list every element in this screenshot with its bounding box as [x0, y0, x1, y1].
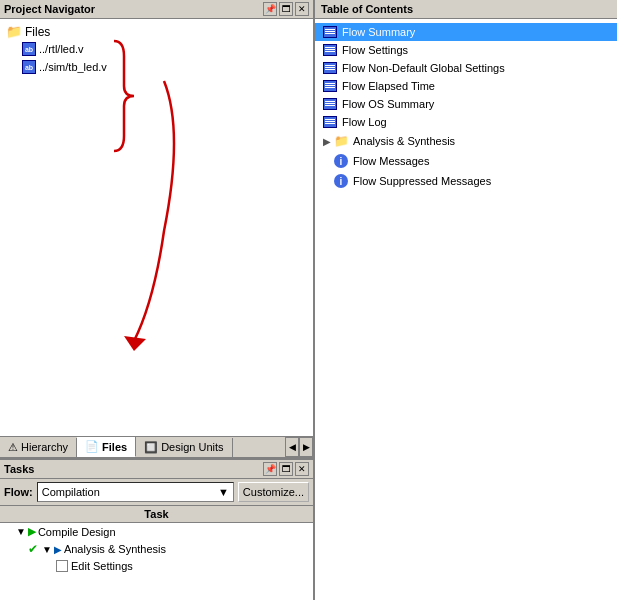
- tasks-close-button[interactable]: ✕: [295, 462, 309, 476]
- tab-hierarchy-label: Hierarchy: [21, 441, 68, 453]
- toc-label-flow-summary: Flow Summary: [342, 26, 415, 38]
- tasks-header: Tasks 📌 🗖 ✕: [0, 460, 313, 479]
- toc-item-flow-elapsed[interactable]: Flow Elapsed Time: [315, 77, 617, 95]
- toc-item-flow-suppressed[interactable]: i Flow Suppressed Messages: [315, 171, 617, 191]
- task-list: Task ▼ ▶ Compile Design ✔ ▼ ▶ Analysis &…: [0, 506, 313, 600]
- tab-files[interactable]: 📄 Files: [77, 437, 136, 457]
- flow-label: Flow:: [4, 486, 33, 498]
- tasks-restore-button[interactable]: 🗖: [279, 462, 293, 476]
- tab-design-units-label: Design Units: [161, 441, 223, 453]
- play-analysis-icon: ▶: [54, 544, 62, 555]
- toc-icon-flow-summary: [323, 26, 337, 38]
- toc-label-flow-elapsed: Flow Elapsed Time: [342, 80, 435, 92]
- tasks-panel: Tasks 📌 🗖 ✕ Flow: Compilation ▼ Customiz…: [0, 460, 313, 600]
- customize-button[interactable]: Customize...: [238, 482, 309, 502]
- toc-icon-flow-settings: [323, 44, 337, 56]
- file-text-tb: ../sim/tb_led.v: [39, 61, 107, 73]
- folder-label: Files: [25, 25, 50, 39]
- task-compile-label: Compile Design: [38, 526, 116, 538]
- tasks-controls: 📌 🗖 ✕: [263, 462, 309, 476]
- toc-item-flow-settings[interactable]: Flow Settings: [315, 41, 617, 59]
- toc-label-flow-non-default: Flow Non-Default Global Settings: [342, 62, 505, 74]
- page-icon: [56, 560, 68, 572]
- flow-value: Compilation: [42, 486, 100, 498]
- project-navigator: Project Navigator 📌 🗖 ✕ 📁 Files ab ../rt…: [0, 0, 313, 460]
- toc-item-flow-messages[interactable]: i Flow Messages: [315, 151, 617, 171]
- restore-button[interactable]: 🗖: [279, 2, 293, 16]
- hierarchy-icon: ⚠: [8, 441, 18, 454]
- file-text-led: ../rtl/led.v: [39, 43, 84, 55]
- tab-next-button[interactable]: ▶: [299, 437, 313, 457]
- file-icon-tb: ab: [22, 60, 36, 74]
- flow-bar: Flow: Compilation ▼ Customize...: [0, 479, 313, 506]
- tab-nav: ◀ ▶: [285, 437, 313, 457]
- project-nav-title: Project Navigator: [4, 3, 95, 15]
- tab-design-units[interactable]: 🔲 Design Units: [136, 438, 232, 457]
- pin-button[interactable]: 📌: [263, 2, 277, 16]
- toc-label-flow-messages: Flow Messages: [353, 155, 429, 167]
- file-icon-led: ab: [22, 42, 36, 56]
- toc-icon-flow-log: [323, 116, 337, 128]
- design-units-icon: 🔲: [144, 441, 158, 454]
- tasks-pin-button[interactable]: 📌: [263, 462, 277, 476]
- toc-item-flow-os[interactable]: Flow OS Summary: [315, 95, 617, 113]
- toc-folder-icon: 📁: [334, 134, 349, 148]
- flow-dropdown[interactable]: Compilation ▼: [37, 482, 234, 502]
- tab-files-label: Files: [102, 441, 127, 453]
- toc-item-analysis-synthesis[interactable]: ▶ 📁 Analysis & Synthesis: [315, 131, 617, 151]
- project-nav-header: Project Navigator 📌 🗖 ✕: [0, 0, 313, 19]
- file-entry-led[interactable]: ab ../rtl/led.v: [4, 40, 309, 58]
- toc-info-icon-messages: i: [334, 154, 348, 168]
- dropdown-arrow-icon: ▼: [218, 486, 229, 498]
- svg-marker-0: [124, 336, 146, 351]
- toc-label-analysis-synthesis: Analysis & Synthesis: [353, 135, 455, 147]
- files-folder[interactable]: 📁 Files: [4, 23, 309, 40]
- file-entry-tb[interactable]: ab ../sim/tb_led.v: [4, 58, 309, 76]
- left-panel: Project Navigator 📌 🗖 ✕ 📁 Files ab ../rt…: [0, 0, 315, 600]
- play-compile-icon: ▶: [28, 525, 36, 538]
- expand-analysis-icon: ▼: [42, 544, 52, 555]
- toc-icon-flow-non-default: [323, 62, 337, 74]
- toc-label-flow-log: Flow Log: [342, 116, 387, 128]
- tab-bar: ⚠ Hierarchy 📄 Files 🔲 Design Units ◀ ▶: [0, 436, 313, 458]
- task-analysis-label: Analysis & Synthesis: [64, 543, 166, 555]
- tab-prev-button[interactable]: ◀: [285, 437, 299, 457]
- toc-label-flow-suppressed: Flow Suppressed Messages: [353, 175, 491, 187]
- tab-hierarchy[interactable]: ⚠ Hierarchy: [0, 438, 77, 457]
- toc-header: Table of Contents: [315, 0, 617, 19]
- toc-icon-flow-os: [323, 98, 337, 110]
- folder-icon: 📁: [6, 24, 22, 39]
- toc-info-icon-suppressed: i: [334, 174, 348, 188]
- task-row-edit-settings[interactable]: Edit Settings: [0, 558, 313, 574]
- toc-item-flow-summary[interactable]: Flow Summary: [315, 23, 617, 41]
- toc-body: Flow Summary Flow Settings Flow Non-Defa…: [315, 19, 617, 600]
- toc-arrow-icon: ▶: [323, 136, 331, 147]
- close-button[interactable]: ✕: [295, 2, 309, 16]
- toc-label-flow-settings: Flow Settings: [342, 44, 408, 56]
- annotation-svg: [104, 31, 274, 411]
- check-analysis-icon: ✔: [28, 542, 38, 556]
- tasks-title: Tasks: [4, 463, 34, 475]
- expand-compile-icon: ▼: [16, 526, 26, 537]
- toc-item-flow-non-default[interactable]: Flow Non-Default Global Settings: [315, 59, 617, 77]
- task-edit-settings-label: Edit Settings: [71, 560, 133, 572]
- file-tree: 📁 Files ab ../rtl/led.v ab ../sim/tb_led…: [0, 19, 313, 436]
- toc-icon-flow-elapsed: [323, 80, 337, 92]
- files-icon: 📄: [85, 440, 99, 453]
- project-nav-controls: 📌 🗖 ✕: [263, 2, 309, 16]
- task-list-header: Task: [0, 506, 313, 523]
- right-panel: Table of Contents Flow Summary Flow Sett…: [315, 0, 617, 600]
- toc-label-flow-os: Flow OS Summary: [342, 98, 434, 110]
- task-row-compile[interactable]: ▼ ▶ Compile Design: [0, 523, 313, 540]
- toc-item-flow-log[interactable]: Flow Log: [315, 113, 617, 131]
- toc-title: Table of Contents: [321, 3, 413, 15]
- task-row-analysis[interactable]: ✔ ▼ ▶ Analysis & Synthesis: [0, 540, 313, 558]
